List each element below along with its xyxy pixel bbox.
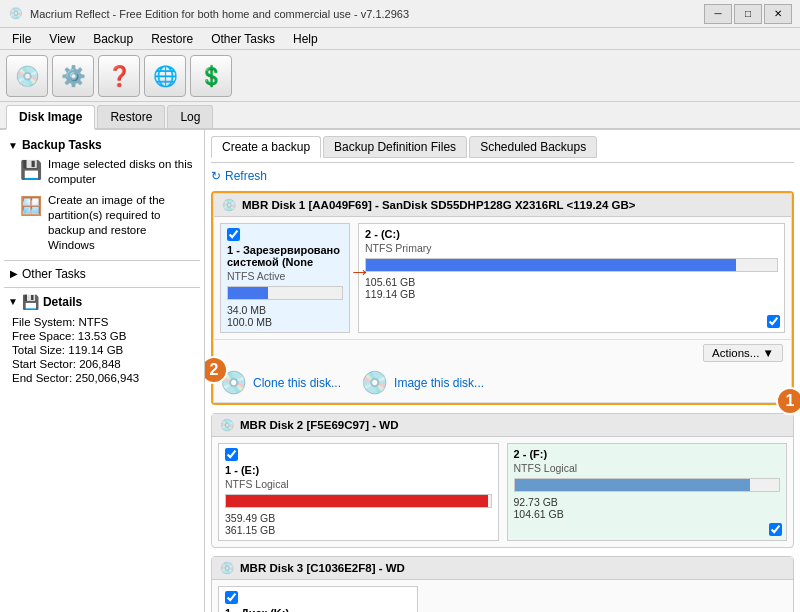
disk1-actions-icon: ▼	[763, 347, 774, 359]
purchase-toolbar-btn[interactable]: 💲	[190, 55, 232, 97]
disk2-header-text: MBR Disk 2 [F5E69C97] - WD	[240, 419, 398, 431]
help-toolbar-btn[interactable]: ❓	[98, 55, 140, 97]
menu-backup[interactable]: Backup	[85, 30, 141, 48]
endsector-label: End Sector:	[12, 372, 72, 384]
disk2-partition1-name: 1 - (E:)	[225, 464, 492, 476]
close-button[interactable]: ✕	[764, 4, 792, 24]
disk1-partition2-name: 2 - (C:)	[365, 228, 778, 240]
menu-file[interactable]: File	[4, 30, 39, 48]
startsector-row: Start Sector: 206,848	[12, 358, 192, 370]
sidebar: ▼ Backup Tasks 💾 Image selected disks on…	[0, 130, 205, 612]
disk2-partition2-sizes: 92.73 GB 104.61 GB	[514, 496, 781, 520]
sidebar-item-image-disks[interactable]: 💾 Image selected disks on this computer	[4, 154, 200, 190]
filesystem-label: File System:	[12, 316, 75, 328]
disk2-panel: 💿 MBR Disk 2 [F5E69C97] - WD 1 - (E:) NT…	[211, 413, 794, 548]
disk2-partition2-type: NTFS Logical	[514, 462, 781, 474]
backup-tasks-section: ▼ Backup Tasks 💾 Image selected disks on…	[4, 136, 200, 256]
other-tasks-section[interactable]: ▶ Other Tasks	[4, 265, 200, 283]
disk1-actions-button[interactable]: Actions... ▼	[703, 344, 783, 362]
backup-tasks-arrow: ▼	[8, 140, 18, 151]
refresh-link[interactable]: ↻ Refresh	[211, 169, 794, 183]
tab-disk-image[interactable]: Disk Image	[6, 105, 95, 130]
sidebar-item-image-windows[interactable]: 🪟 Create an image of the partition(s) re…	[4, 190, 200, 256]
main-layout: ▼ Backup Tasks 💾 Image selected disks on…	[0, 130, 800, 612]
image-disk-button[interactable]: 💿 Image this disk...	[361, 370, 484, 396]
menu-other-tasks[interactable]: Other Tasks	[203, 30, 283, 48]
windows-icon: 🪟	[20, 195, 42, 218]
backup-tasks-header[interactable]: ▼ Backup Tasks	[4, 136, 200, 154]
disk-image-toolbar-btn[interactable]: 💿	[6, 55, 48, 97]
menu-view[interactable]: View	[41, 30, 83, 48]
disk2-partition1-checkbox[interactable]	[225, 448, 238, 461]
disk1-partition1-type: NTFS Active	[227, 270, 343, 282]
menu-restore[interactable]: Restore	[143, 30, 201, 48]
details-arrow: ▼	[8, 296, 18, 307]
disk2-partitions: 1 - (E:) NTFS Logical 359.49 GB 361.15 G…	[212, 437, 793, 547]
menu-bar: File View Backup Restore Other Tasks Hel…	[0, 28, 800, 50]
freespace-row: Free Space: 13.53 GB	[12, 330, 192, 342]
details-header[interactable]: ▼ 💾 Details	[4, 292, 200, 312]
disk3-partition1-checkbox[interactable]	[225, 591, 238, 604]
disk1-partition2[interactable]: 2 - (C:) NTFS Primary 105.61 GB 119.14 G…	[358, 223, 785, 333]
disk1-partition2-checkbox[interactable]	[767, 315, 780, 328]
hdd-icon: 💾	[20, 159, 42, 182]
disk3-panel: 💿 MBR Disk 3 [C1036E2F8] - WD 1 - Диск (…	[211, 556, 794, 612]
disk1-partition2-type: NTFS Primary	[365, 242, 778, 254]
endsector-value: 250,066,943	[75, 372, 139, 384]
content-tab-create-backup[interactable]: Create a backup	[211, 136, 321, 158]
title-bar-left: 💿 Macrium Reflect - Free Edition for bot…	[8, 6, 409, 22]
disk2-partition2-bar-container	[514, 478, 781, 492]
settings-toolbar-btn[interactable]: ⚙️	[52, 55, 94, 97]
disk1-partition1-bar-container	[227, 286, 343, 300]
disk2-partition1-type: NTFS Logical	[225, 478, 492, 490]
sidebar-item-image-disks-label: Image selected disks on this computer	[48, 157, 194, 187]
disk3-partitions: 1 - Диск (K:) NTFS Primary 206.6 MB 465.…	[212, 580, 793, 612]
freespace-value: 13.53 GB	[78, 330, 127, 342]
refresh-icon: ↻	[211, 169, 221, 183]
other-tasks-arrow: ▶	[10, 268, 18, 279]
content-tab-definition-files[interactable]: Backup Definition Files	[323, 136, 467, 158]
disk1-panel: 💿 MBR Disk 1 [AA049F69] - SanDisk SD55DH…	[211, 191, 794, 405]
disk2-partition2[interactable]: 2 - (F:) NTFS Logical 92.73 GB 104.61 GB	[507, 443, 788, 541]
app-icon: 💿	[8, 6, 24, 22]
disk1-actions-row: Actions... ▼	[214, 339, 791, 366]
browse-toolbar-btn[interactable]: 🌐	[144, 55, 186, 97]
totalsize-value: 119.14 GB	[68, 344, 123, 356]
disk3-partition1[interactable]: 1 - Диск (K:) NTFS Primary 206.6 MB 465.…	[218, 586, 418, 612]
sidebar-divider-1	[4, 260, 200, 261]
menu-help[interactable]: Help	[285, 30, 326, 48]
refresh-label: Refresh	[225, 169, 267, 183]
toolbar: 💿 ⚙️ ❓ 🌐 💲	[0, 50, 800, 102]
disk2-hdd-icon: 💿	[220, 418, 234, 432]
disk3-header: 💿 MBR Disk 3 [C1036E2F8] - WD	[212, 557, 793, 580]
content-tab-scheduled[interactable]: Scheduled Backups	[469, 136, 597, 158]
content-tabs: Create a backup Backup Definition Files …	[211, 136, 794, 163]
disk1-header-text: MBR Disk 1 [AA049F69] - SanDisk SD55DHP1…	[242, 199, 636, 211]
disk2-partition1[interactable]: 1 - (E:) NTFS Logical 359.49 GB 361.15 G…	[218, 443, 499, 541]
title-bar: 💿 Macrium Reflect - Free Edition for bot…	[0, 0, 800, 28]
disk1-partition2-bar-container	[365, 258, 778, 272]
clone-disk-button[interactable]: 💿 Clone this disk...	[220, 370, 341, 396]
sidebar-divider-2	[4, 287, 200, 288]
details-section-container: ▼ 💾 Details File System: NTFS Free Space…	[4, 292, 200, 390]
other-tasks-label: Other Tasks	[22, 267, 86, 281]
image-icon: 💿	[361, 370, 388, 396]
maximize-button[interactable]: □	[734, 4, 762, 24]
minimize-button[interactable]: ─	[704, 4, 732, 24]
disk1-arrow: →	[349, 259, 371, 285]
tab-log[interactable]: Log	[167, 105, 213, 128]
disk3-partition1-name: 1 - Диск (K:)	[225, 607, 411, 612]
disk1-partition1-sizes: 34.0 MB 100.0 MB	[227, 304, 343, 328]
disk2-partition2-checkbox[interactable]	[769, 523, 782, 536]
disk1-partition1-name: 1 - Зарезервировано системой (None	[227, 244, 343, 268]
disk1-partition1[interactable]: 1 - Зарезервировано системой (None NTFS …	[220, 223, 350, 333]
disk2-header: 💿 MBR Disk 2 [F5E69C97] - WD	[212, 414, 793, 437]
title-bar-controls: ─ □ ✕	[704, 4, 792, 24]
disk1-partition2-bar	[366, 259, 736, 271]
tab-restore[interactable]: Restore	[97, 105, 165, 128]
disk1-inner: 💿 MBR Disk 1 [AA049F69] - SanDisk SD55DH…	[213, 193, 792, 403]
disk2-partition1-bar-container	[225, 494, 492, 508]
disk1-partition2-sizes: 105.61 GB 119.14 GB	[365, 276, 778, 300]
details-section: File System: NTFS Free Space: 13.53 GB T…	[4, 312, 200, 390]
disk1-partition1-checkbox[interactable]	[227, 228, 240, 241]
